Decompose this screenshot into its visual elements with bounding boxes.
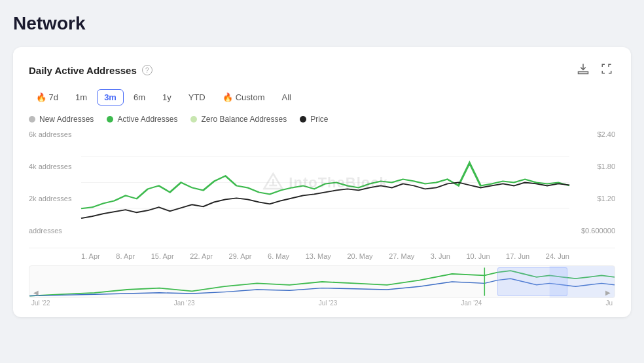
card-actions: [575, 60, 615, 80]
filter-3m[interactable]: 3m: [97, 89, 124, 105]
scroll-right[interactable]: ▶: [603, 288, 613, 297]
x-label-9: 3. Jun: [431, 252, 450, 260]
main-card: Daily Active Addresses ? 🔥 7d 1m 3m 6m 1…: [13, 47, 631, 317]
filter-ytd[interactable]: YTD: [181, 89, 213, 105]
chart-area: 6k addresses 4k addresses 2k addresses a…: [29, 130, 615, 307]
legend-price: Price: [300, 115, 328, 124]
x-label-4: 29. Apr: [229, 252, 252, 260]
green-line: [81, 163, 569, 209]
scroll-left[interactable]: ◀: [31, 288, 41, 297]
x-axis: 1. Apr 8. Apr 15. Apr 22. Apr 29. Apr 6.…: [29, 252, 615, 260]
legend-label-active: Active Addresses: [117, 115, 177, 124]
x-label-1: 8. Apr: [116, 252, 135, 260]
chart-legend: New Addresses Active Addresses Zero Bala…: [29, 115, 615, 124]
expand-button[interactable]: [598, 60, 615, 80]
x-label-6: 13. May: [306, 252, 331, 260]
filter-6m[interactable]: 6m: [126, 89, 152, 105]
mini-label-4: Ju: [605, 299, 613, 307]
legend-dot-zero: [190, 116, 197, 123]
legend-label-new: New Addresses: [39, 115, 94, 124]
filter-1y[interactable]: 1y: [155, 89, 179, 105]
chart-canvas: IntoTheBlock: [81, 130, 569, 235]
filter-all[interactable]: All: [275, 89, 298, 105]
y-right-240: $2.40: [597, 130, 615, 138]
y-label-2k: 2k addresses: [29, 195, 81, 202]
download-button[interactable]: [575, 60, 592, 80]
legend-zero-balance: Zero Balance Addresses: [190, 115, 287, 124]
filter-7d[interactable]: 🔥 7d: [29, 89, 65, 105]
legend-label-zero: Zero Balance Addresses: [201, 115, 287, 124]
chart-svg: [81, 130, 569, 235]
card-title-row: Daily Active Addresses ?: [29, 65, 152, 76]
legend-new-addresses: New Addresses: [29, 115, 94, 124]
legend-label-price: Price: [310, 115, 328, 124]
x-label-5: 6. May: [268, 252, 289, 260]
y-right-180: $1.80: [597, 162, 615, 170]
black-line: [81, 183, 569, 219]
y-axis-left: 6k addresses 4k addresses 2k addresses a…: [29, 130, 81, 235]
x-label-10: 10. Jun: [466, 252, 490, 260]
x-label-3: 22. Apr: [190, 252, 213, 260]
y-right-060: $0.600000: [581, 227, 615, 235]
time-filters: 🔥 7d 1m 3m 6m 1y YTD 🔥 Custom All: [29, 89, 615, 105]
y-axis-right: $2.40 $1.80 $1.20 $0.600000: [569, 130, 615, 235]
chart-main: 6k addresses 4k addresses 2k addresses a…: [29, 130, 615, 248]
page-title: Network: [13, 13, 631, 34]
mini-chart[interactable]: ◀ ▶: [29, 265, 615, 298]
legend-dot-new: [29, 116, 35, 123]
filter-custom[interactable]: 🔥 Custom: [215, 89, 272, 105]
y-label-6k: 6k addresses: [29, 130, 81, 138]
x-label-12: 24. Jun: [546, 252, 569, 260]
x-label-11: 17. Jun: [506, 252, 529, 260]
mini-label-0: Jul '22: [31, 299, 50, 307]
legend-dot-active: [107, 116, 113, 123]
y-label-0: addresses: [29, 227, 81, 235]
scrollbar-nav: ◀ ▶: [29, 288, 615, 297]
legend-active-addresses: Active Addresses: [107, 115, 177, 124]
y-right-120: $1.20: [597, 195, 615, 202]
mini-label-3: Jan '24: [461, 299, 482, 307]
y-label-4k: 4k addresses: [29, 162, 81, 170]
card-header: Daily Active Addresses ?: [29, 60, 615, 80]
mini-label-1: Jan '23: [174, 299, 195, 307]
legend-dot-price: [300, 116, 306, 123]
card-title: Daily Active Addresses: [29, 65, 137, 76]
help-icon[interactable]: ?: [142, 65, 152, 75]
filter-1m[interactable]: 1m: [68, 89, 94, 105]
mini-chart-labels: Jul '22 Jan '23 Jul '23 Jan '24 Ju: [29, 299, 615, 307]
mini-label-2: Jul '23: [319, 299, 338, 307]
x-label-0: 1. Apr: [81, 252, 100, 260]
x-label-8: 27. May: [389, 252, 414, 260]
x-label-2: 15. Apr: [151, 252, 174, 260]
x-label-7: 20. May: [347, 252, 372, 260]
